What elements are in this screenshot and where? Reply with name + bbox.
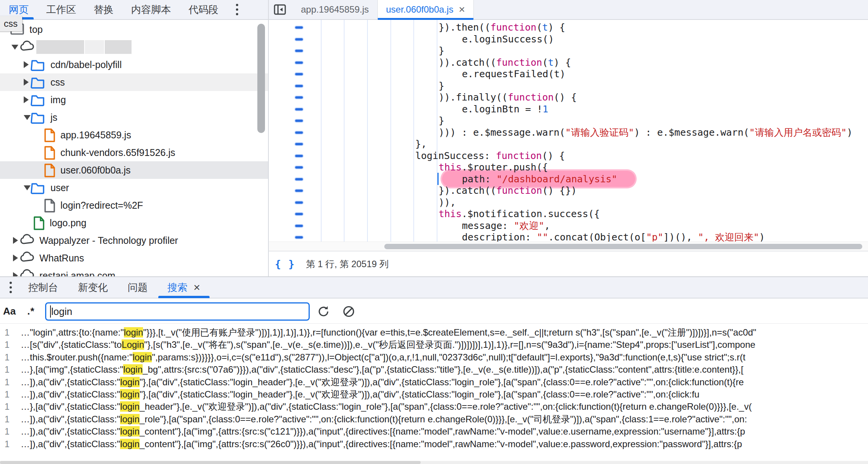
refresh-icon[interactable] bbox=[317, 305, 330, 318]
line-marker-dash[interactable] bbox=[295, 73, 303, 75]
result-text: …"login",attrs:{to:{name:"login"}}},[t._… bbox=[21, 326, 868, 339]
line-marker-dash[interactable] bbox=[295, 213, 303, 215]
line-marker-dash[interactable] bbox=[295, 201, 303, 204]
search-result-row[interactable]: 1…},[a("div",{staticClass:"login_header"… bbox=[0, 401, 868, 413]
search-result-row[interactable]: 1…]),a("div",{staticClass:"login"},[a("d… bbox=[0, 376, 868, 388]
match-case-toggle[interactable]: Aa bbox=[3, 305, 16, 317]
chevron-right-icon[interactable] bbox=[24, 61, 29, 68]
tree-item-restapi.amap.com[interactable]: restapi.amap.com bbox=[0, 267, 268, 276]
drawer-tab-控制台[interactable]: 控制台 bbox=[18, 277, 68, 298]
chevron-right-icon[interactable] bbox=[24, 96, 29, 103]
navigator-tab-3[interactable]: 替换 bbox=[85, 0, 122, 19]
line-marker-dash[interactable] bbox=[295, 225, 303, 227]
code-line: this.$router.push({ bbox=[439, 161, 548, 173]
result-line-number: 1 bbox=[5, 401, 15, 413]
tree-item-top[interactable]: top bbox=[0, 21, 268, 38]
tree-item-label: logo.png bbox=[50, 214, 86, 232]
kebab-menu-icon[interactable] bbox=[229, 2, 245, 17]
close-icon[interactable]: × bbox=[193, 282, 200, 293]
scrollbar-thumb[interactable] bbox=[0, 461, 421, 464]
file-green-icon bbox=[33, 216, 47, 230]
line-marker-dash[interactable] bbox=[295, 190, 303, 192]
line-marker-dash[interactable] bbox=[295, 96, 303, 99]
tree-item-css[interactable]: css bbox=[0, 73, 268, 91]
editor-status-bar: { } 第 1 行, 第 20519 列 bbox=[269, 251, 868, 276]
drawer-tab-问题[interactable]: 问题 bbox=[118, 277, 158, 298]
line-marker-dash[interactable] bbox=[295, 178, 303, 180]
hide-navigator-icon[interactable] bbox=[273, 2, 287, 17]
search-result-row[interactable]: 1…]),a("div",{staticClass:"login_content… bbox=[0, 438, 868, 450]
result-text: …]),a("div",{staticClass:"login"},[a("di… bbox=[21, 376, 868, 388]
editor-tab-user.060f0b0a.js[interactable]: user.060f0b0a.js× bbox=[378, 0, 474, 19]
editor-tab-label: app.19645859.js bbox=[301, 4, 369, 15]
line-marker-dash[interactable] bbox=[295, 62, 303, 64]
result-text: …},[a("div",{staticClass:"login_header"}… bbox=[21, 401, 868, 413]
redacted-domain-block bbox=[105, 40, 132, 54]
redacted-domain-block bbox=[36, 40, 84, 54]
navigator-tab-4[interactable]: 内容脚本 bbox=[122, 0, 180, 19]
navigator-tab-5[interactable]: 代码段 bbox=[180, 0, 227, 19]
chevron-right-icon[interactable] bbox=[13, 255, 18, 261]
chevron-down-icon[interactable] bbox=[11, 45, 18, 50]
clear-icon[interactable] bbox=[342, 305, 356, 318]
search-result-row[interactable]: 1…]),a("div",{staticClass:"login_content… bbox=[0, 425, 868, 438]
editor-horizontal-scrollbar[interactable] bbox=[269, 242, 868, 251]
cloud-icon bbox=[19, 40, 34, 54]
search-result-row[interactable]: 1…this.$router.push({name:"login",params… bbox=[0, 351, 868, 363]
kebab-menu-icon[interactable] bbox=[3, 280, 18, 295]
drawer-tab-搜索[interactable]: 搜索× bbox=[158, 277, 210, 298]
line-marker-dash[interactable] bbox=[295, 50, 303, 52]
tree-item-img[interactable]: img bbox=[0, 91, 268, 109]
search-result-row[interactable]: 1…[s("div",{staticClass:"toLogin"},[s("h… bbox=[0, 339, 868, 351]
code-line: this.$notification.success({ bbox=[439, 208, 600, 220]
line-marker-dash[interactable] bbox=[295, 85, 303, 87]
tree-item-login?redirect=%2F[interactable]: login?redirect=%2F bbox=[0, 196, 268, 214]
results-horizontal-scrollbar[interactable] bbox=[0, 461, 868, 464]
navigator-tab-2[interactable]: 工作区 bbox=[37, 0, 85, 19]
search-result-row[interactable]: 1…]),a("div",{staticClass:"login"},[a("d… bbox=[0, 388, 868, 401]
pretty-print-icon[interactable]: { } bbox=[275, 258, 295, 270]
result-line-number: 1 bbox=[5, 438, 15, 450]
tree-item-chunk-vendors.65f91526.js[interactable]: chunk-vendors.65f91526.js bbox=[0, 144, 268, 161]
search-result-row[interactable]: 1…"login",attrs:{to:{name:"login"}}},[t.… bbox=[0, 326, 868, 339]
cloud-icon bbox=[19, 233, 34, 248]
devtools-sources-panel: 网页工作区替换内容脚本代码段 topcdn/babel-polyfillcssi… bbox=[0, 0, 868, 464]
code-viewport[interactable]: }).then((function(t) {e.loginSuccess()})… bbox=[269, 20, 868, 242]
tree-item-redacted-domain[interactable] bbox=[0, 38, 268, 56]
line-marker-dash[interactable] bbox=[295, 26, 303, 29]
line-marker-dash[interactable] bbox=[295, 143, 303, 145]
search-input[interactable]: login bbox=[45, 302, 310, 321]
tree-item-WhatRuns[interactable]: WhatRuns bbox=[0, 249, 268, 267]
line-marker-dash[interactable] bbox=[295, 166, 303, 169]
tree-item-user.060f0b0a.js[interactable]: user.060f0b0a.js bbox=[0, 161, 268, 179]
tree-item-logo.png[interactable]: logo.png bbox=[0, 214, 268, 232]
chevron-down-icon[interactable] bbox=[24, 185, 31, 190]
search-result-row[interactable]: 1…},[a("img",{staticClass:"login_bg",att… bbox=[0, 363, 868, 376]
navigator-scrollbar[interactable] bbox=[257, 24, 265, 133]
scrollbar-thumb[interactable] bbox=[384, 244, 862, 249]
line-marker-dash[interactable] bbox=[295, 108, 303, 110]
regex-toggle[interactable]: .* bbox=[27, 305, 34, 317]
close-icon[interactable]: × bbox=[459, 4, 465, 15]
line-marker-dash[interactable] bbox=[295, 131, 303, 134]
search-result-row[interactable]: 1…]),a("div",{staticClass:"login_role"},… bbox=[0, 413, 868, 425]
chevron-right-icon[interactable] bbox=[24, 79, 29, 86]
result-line-number: 1 bbox=[5, 339, 15, 351]
chevron-right-icon[interactable] bbox=[13, 272, 18, 276]
chevron-right-icon[interactable] bbox=[13, 237, 18, 244]
tree-item-user[interactable]: user bbox=[0, 179, 268, 196]
editor-tab-app.19645859.js[interactable]: app.19645859.js bbox=[293, 0, 378, 19]
indent-guide bbox=[344, 20, 345, 242]
drawer-tab-新变化[interactable]: 新变化 bbox=[68, 277, 118, 298]
tree-item-Wappalyzer - Technology profiler[interactable]: Wappalyzer - Technology profiler bbox=[0, 232, 268, 249]
sources-top-region: 网页工作区替换内容脚本代码段 topcdn/babel-polyfillcssi… bbox=[0, 0, 868, 276]
tree-item-app.19645859.js[interactable]: app.19645859.js bbox=[0, 126, 268, 144]
tree-item-label: cdn/babel-polyfill bbox=[50, 56, 122, 73]
tree-item-js[interactable]: js bbox=[0, 109, 268, 126]
chevron-down-icon[interactable] bbox=[24, 115, 31, 120]
line-marker-dash[interactable] bbox=[295, 155, 303, 157]
tree-item-cdn/babel-polyfill[interactable]: cdn/babel-polyfill bbox=[0, 56, 268, 73]
line-marker-dash[interactable] bbox=[295, 38, 303, 41]
line-marker-dash[interactable] bbox=[295, 236, 303, 238]
line-marker-dash[interactable] bbox=[295, 120, 303, 122]
